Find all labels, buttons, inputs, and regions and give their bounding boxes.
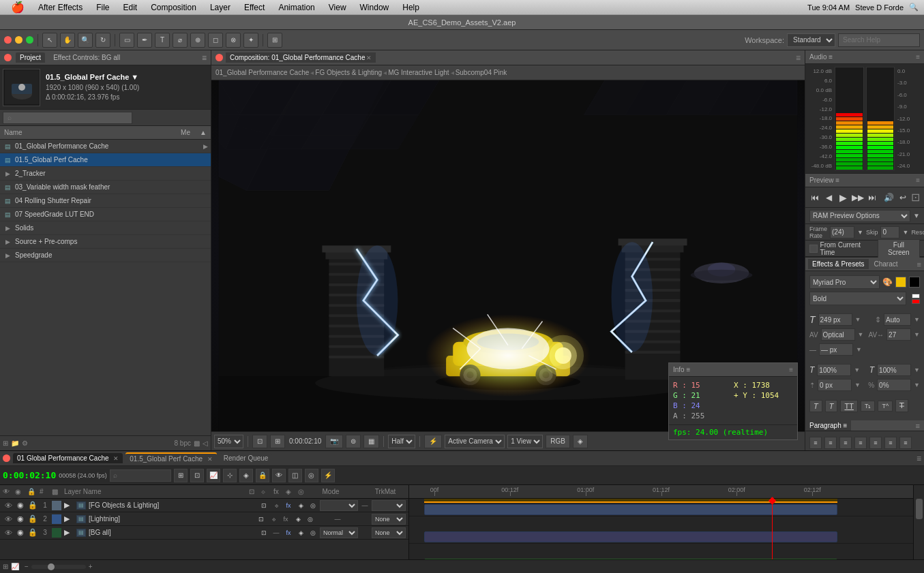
leading-arrow[interactable]: ▼	[914, 316, 920, 323]
tl-new-comp[interactable]: ⊞	[174, 469, 188, 482]
tl-frame-blend[interactable]: ◫	[288, 469, 302, 482]
timeline-tab-1[interactable]: 01 Global Performance Cache ✕	[13, 453, 123, 463]
snapshot-btn[interactable]: 📷	[325, 435, 343, 448]
layer-1-trkmat-select[interactable]	[372, 500, 406, 511]
layer-2-lock[interactable]: 🔒	[27, 514, 38, 523]
tl-zoom-out[interactable]: −	[25, 563, 29, 570]
menu-edit[interactable]: Edit	[117, 3, 143, 12]
skew-arrow[interactable]: ▼	[914, 382, 920, 388]
channels-btn[interactable]: RGB	[546, 435, 570, 448]
ram-arrow[interactable]: ▼	[913, 212, 920, 219]
underline-btn[interactable]: TT	[840, 400, 857, 412]
sup-btn[interactable]: T^	[878, 401, 893, 412]
layer-1-keys[interactable]: ⟐	[271, 502, 282, 509]
layer-2-trkmat-select[interactable]: None	[372, 514, 406, 525]
layer-row-2[interactable]: 👁 ◉ 🔒 2 ▶ ▤ [Lightning] ⊡ ⟐ fx ◈ ◎ — Non…	[0, 512, 408, 526]
layer-3-solo[interactable]: ◉	[15, 528, 26, 537]
maximize-button[interactable]	[26, 36, 33, 44]
camera-select[interactable]: Active Camera	[445, 435, 505, 448]
tracking-arrow[interactable]: ▼	[914, 331, 920, 338]
transport-prev[interactable]: ◀	[824, 191, 835, 204]
fast-preview-btn[interactable]: ⚡	[424, 435, 442, 448]
fr-arrow[interactable]: ▼	[857, 229, 863, 236]
layer-1-lock[interactable]: 🔒	[27, 501, 38, 510]
item-menu-1[interactable]: ▶	[203, 143, 208, 150]
quality-select[interactable]: Half	[388, 435, 415, 448]
project-color-btn[interactable]: ▩	[194, 439, 200, 447]
kerning-input[interactable]	[821, 328, 855, 341]
transport-first[interactable]: ⏮	[809, 191, 821, 204]
timeline-tab-3[interactable]: Render Queue	[220, 453, 273, 463]
tl-graph-btn[interactable]: 📈	[11, 563, 19, 570]
layer-3-visibility[interactable]: 👁	[3, 529, 14, 537]
font-color-picker[interactable]: 🎨	[882, 277, 893, 287]
project-overflow-btn[interactable]: ◁	[203, 439, 208, 447]
tool-zoom[interactable]: 🔍	[78, 33, 93, 48]
transport-loop[interactable]: ↩	[897, 191, 909, 204]
transport-last[interactable]: ⏭	[867, 191, 878, 204]
layer-row-1[interactable]: 👁 ◉ 🔒 1 ▶ ▤ [FG Objects & Lighting] ⊡ ⟐ …	[0, 499, 408, 512]
menu-after-effects[interactable]: After Effects	[33, 3, 88, 12]
font-name-select[interactable]: Myriad Pro	[809, 275, 880, 289]
paragraph-tab[interactable]: Paragraph ≡	[805, 420, 851, 431]
apple-menu[interactable]: 🍎	[5, 1, 30, 14]
search-help-input[interactable]	[838, 33, 920, 47]
justify-center-btn[interactable]: ≡	[869, 437, 882, 449]
project-settings-btn[interactable]: ⚙	[22, 439, 28, 447]
tl-draft[interactable]: ⚡	[321, 469, 335, 482]
menu-help[interactable]: Help	[397, 3, 425, 12]
layer-3-parent-pick[interactable]: ⊡	[258, 529, 269, 536]
offset-arrow[interactable]: ▼	[854, 382, 861, 388]
list-item[interactable]: ▶ 2_Tracker	[0, 167, 211, 181]
layer-1-mb[interactable]: ◎	[308, 502, 318, 509]
tool-clone[interactable]: ⊕	[190, 33, 205, 48]
overlay-btn[interactable]: ◈	[573, 435, 588, 448]
list-item[interactable]: ▤ 04 Rolling Shutter Repair	[0, 194, 211, 208]
leading-input[interactable]	[884, 313, 911, 326]
skew-input[interactable]	[877, 379, 911, 391]
layer-1-fx[interactable]: fx	[283, 502, 294, 509]
breadcrumb-2[interactable]: FG Objects & Lighting	[315, 69, 382, 76]
tool-hand[interactable]: ✋	[60, 33, 75, 48]
vscale-input[interactable]	[877, 364, 911, 376]
tl-motion-blur[interactable]: ◎	[305, 469, 318, 482]
layer-1-solo[interactable]: ◉	[15, 501, 26, 510]
layer-1-visibility[interactable]: 👁	[3, 501, 14, 510]
layer-2-keys[interactable]: ⟐	[268, 516, 279, 523]
tl-zoom-handle[interactable]	[48, 563, 55, 570]
timeline-tab-2[interactable]: 01.5_Global Perf Cache ✕	[125, 452, 217, 464]
size-arrow[interactable]: ▼	[855, 316, 861, 323]
project-tab[interactable]: Project	[16, 52, 45, 63]
project-folder-btn[interactable]: 📁	[11, 439, 19, 447]
layer-1-mode-select[interactable]	[320, 500, 358, 511]
bold-btn[interactable]: T	[809, 400, 822, 412]
tool-puppet[interactable]: ✦	[243, 33, 258, 48]
track-bar-2[interactable]	[424, 531, 837, 542]
layer-1-parent-pick[interactable]: ⊡	[258, 502, 269, 509]
menu-file[interactable]: File	[91, 3, 115, 12]
ram-preview-select[interactable]: RAM Preview Options	[809, 210, 910, 222]
list-item[interactable]: ▤ 01_Global Performance Cache ▶	[0, 140, 211, 153]
layer-3-fx[interactable]: fx	[283, 529, 294, 536]
list-item[interactable]: ▤ 01.5_Global Perf Cache	[0, 153, 211, 167]
character-tab[interactable]: Charact	[870, 259, 902, 269]
timeline-timecode[interactable]: 0:00:02:10	[3, 470, 56, 480]
effects-menu[interactable]: ≡	[917, 260, 921, 268]
menu-layer[interactable]: Layer	[205, 3, 236, 12]
hscale-arrow[interactable]: ▼	[854, 367, 860, 373]
tl-lock[interactable]: 🔒	[256, 469, 269, 482]
viewer-tab-comp[interactable]: Composition: 01_Global Performance Cache…	[226, 52, 376, 63]
transport-audio[interactable]: 🔊	[883, 191, 895, 204]
view-select[interactable]: 1 View	[507, 435, 543, 448]
layer-2-visibility[interactable]: 👁	[3, 515, 14, 523]
tl-flow[interactable]: ⊹	[223, 469, 237, 482]
tool-rect[interactable]: ▭	[119, 33, 134, 48]
strike-btn[interactable]: T̶	[895, 399, 908, 412]
menu-composition[interactable]: Composition	[145, 3, 202, 12]
timeline-menu[interactable]: ≡	[916, 454, 921, 463]
tool-pen[interactable]: ✒	[137, 33, 152, 48]
tl-zoom-in[interactable]: +	[89, 563, 93, 570]
justify-all-btn[interactable]: ≡	[899, 437, 912, 449]
list-item[interactable]: ▶ Solids	[0, 221, 211, 235]
close-button[interactable]	[4, 36, 12, 44]
